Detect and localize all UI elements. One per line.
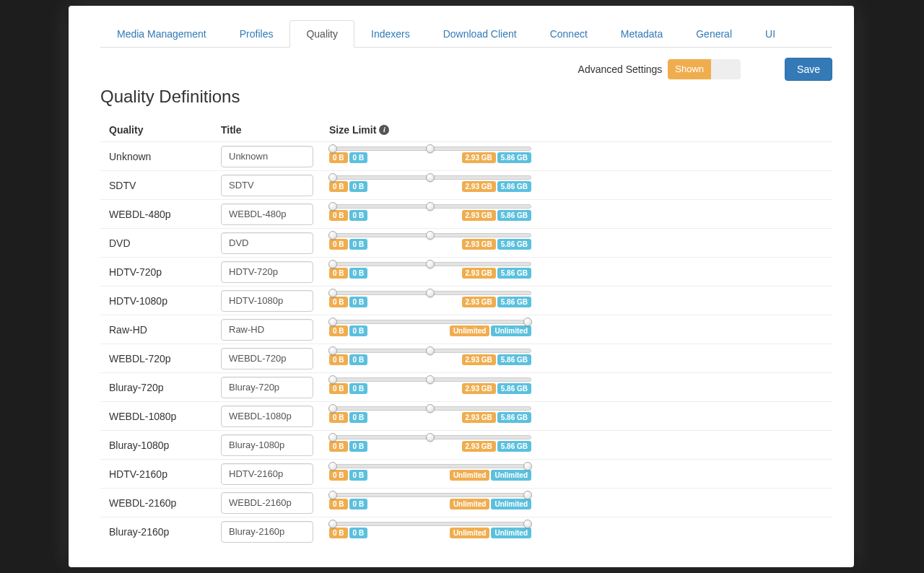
slider-handle-max[interactable]: [426, 173, 435, 182]
size-cell: 0 B0 BUnlimitedUnlimited: [329, 467, 829, 481]
size-slider[interactable]: [329, 204, 531, 209]
tab-download-client[interactable]: Download Client: [427, 20, 533, 48]
slider-handle-max[interactable]: [426, 346, 435, 355]
size-slider[interactable]: [329, 377, 531, 382]
slider-handle-min[interactable]: [328, 318, 337, 326]
tab-profiles[interactable]: Profiles: [223, 20, 290, 48]
slider-handle-max[interactable]: [523, 520, 532, 528]
title-input[interactable]: [221, 521, 313, 543]
slider-handle-min[interactable]: [328, 375, 337, 384]
slider-handle-min[interactable]: [328, 520, 337, 528]
slider-handle-max[interactable]: [426, 202, 435, 211]
size-slider[interactable]: [329, 464, 531, 468]
max-30min-badge: 2.93 GB: [462, 181, 496, 192]
tab-media-management[interactable]: Media Management: [100, 20, 223, 48]
max-60min-badge: 5.86 GB: [497, 268, 531, 279]
size-slider[interactable]: [329, 146, 531, 151]
min-30min-badge: 0 B: [329, 528, 348, 538]
slider-handle-max[interactable]: [426, 404, 435, 413]
title-input[interactable]: [221, 348, 313, 369]
quality-name: HDTV-1080p: [109, 295, 221, 307]
tab-connect[interactable]: Connect: [533, 20, 604, 48]
min-60min-badge: 0 B: [349, 268, 368, 279]
min-30min-badge: 0 B: [329, 181, 348, 192]
slider-handle-max[interactable]: [426, 144, 435, 153]
slider-handle-min[interactable]: [328, 404, 337, 413]
slider-handle-min[interactable]: [328, 491, 337, 499]
title-input[interactable]: [221, 232, 313, 254]
slider-handle-min[interactable]: [328, 289, 337, 297]
title-input[interactable]: [221, 290, 313, 312]
slider-handle-min[interactable]: [328, 144, 337, 153]
title-input[interactable]: [221, 463, 313, 485]
tab-general[interactable]: General: [679, 20, 749, 48]
size-slider[interactable]: [329, 291, 531, 295]
size-slider[interactable]: [329, 175, 531, 180]
size-slider[interactable]: [329, 493, 531, 497]
size-cell: 0 B0 BUnlimitedUnlimited: [329, 323, 829, 336]
slider-handle-min[interactable]: [328, 462, 337, 471]
slider-handle-max[interactable]: [426, 231, 435, 240]
size-slider[interactable]: [329, 435, 531, 439]
title-input[interactable]: [221, 204, 313, 225]
size-cell: 0 B0 B2.93 GB5.86 GB: [329, 294, 829, 307]
max-60min-badge: Unlimited: [491, 499, 531, 509]
quality-name: Bluray-1080p: [109, 439, 221, 451]
title-input[interactable]: [221, 146, 313, 167]
max-60min-badge: Unlimited: [491, 528, 531, 538]
size-slider[interactable]: [329, 522, 531, 526]
size-cell: 0 B0 BUnlimitedUnlimited: [329, 525, 829, 538]
size-slider[interactable]: [329, 233, 531, 237]
size-slider[interactable]: [329, 262, 531, 266]
save-button[interactable]: Save: [785, 58, 832, 81]
tab-indexers[interactable]: Indexers: [354, 20, 427, 48]
title-input[interactable]: [221, 492, 313, 514]
slider-handle-max[interactable]: [426, 433, 435, 442]
max-30min-badge: Unlimited: [450, 499, 490, 509]
slider-handle-max[interactable]: [426, 260, 435, 268]
min-30min-badge: 0 B: [329, 239, 348, 250]
size-cell: 0 B0 B2.93 GB5.86 GB: [329, 207, 829, 221]
title-input[interactable]: [221, 406, 313, 427]
min-60min-badge: 0 B: [349, 297, 368, 307]
quality-name: SDTV: [109, 180, 221, 191]
title-input[interactable]: [221, 377, 313, 398]
slider-handle-max[interactable]: [426, 289, 435, 297]
size-slider[interactable]: [329, 406, 531, 411]
slider-handle-min[interactable]: [328, 433, 337, 442]
toggle-off[interactable]: [711, 59, 741, 79]
col-quality: Quality: [109, 124, 221, 136]
min-30min-badge: 0 B: [329, 152, 348, 163]
title-input[interactable]: [221, 261, 313, 283]
min-30min-badge: 0 B: [329, 441, 348, 452]
slider-handle-min[interactable]: [328, 260, 337, 268]
max-60min-badge: 5.86 GB: [497, 354, 531, 365]
size-cell: 0 B0 B2.93 GB5.86 GB: [329, 351, 829, 365]
slider-handle-max[interactable]: [523, 318, 532, 326]
title-input[interactable]: [221, 175, 313, 196]
max-30min-badge: 2.93 GB: [462, 210, 496, 221]
tab-quality[interactable]: Quality: [289, 20, 354, 48]
tab-ui[interactable]: UI: [749, 20, 792, 48]
slider-handle-max[interactable]: [426, 375, 435, 384]
slider-handle-min[interactable]: [328, 346, 337, 355]
title-input[interactable]: [221, 434, 313, 456]
slider-handle-min[interactable]: [328, 231, 337, 240]
min-30min-badge: 0 B: [329, 383, 348, 394]
quality-name: HDTV-2160p: [109, 468, 221, 480]
quality-row: WEBDL-480p0 B0 B2.93 GB5.86 GB: [100, 199, 832, 228]
title-input[interactable]: [221, 319, 313, 341]
quality-name: WEBDL-2160p: [109, 497, 221, 509]
slider-handle-max[interactable]: [523, 462, 532, 471]
slider-handle-max[interactable]: [523, 491, 532, 499]
toggle-on[interactable]: Shown: [668, 59, 711, 79]
size-slider[interactable]: [329, 320, 531, 324]
tab-metadata[interactable]: Metadata: [604, 20, 679, 48]
size-cell: 0 B0 B2.93 GB5.86 GB: [329, 409, 829, 423]
size-slider[interactable]: [329, 349, 531, 353]
slider-handle-min[interactable]: [328, 202, 337, 211]
slider-handle-min[interactable]: [328, 173, 337, 182]
advanced-settings-toggle[interactable]: Shown: [668, 59, 741, 79]
info-icon[interactable]: i: [379, 125, 389, 135]
column-headers: Quality Title Size Limit i: [100, 118, 832, 141]
